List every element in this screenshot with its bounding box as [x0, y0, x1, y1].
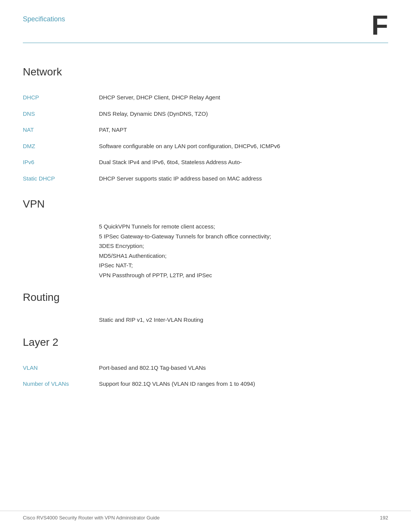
- routing-heading: Routing: [23, 291, 388, 304]
- nat-label: NAT: [23, 122, 99, 138]
- chapter-letter: F: [371, 11, 388, 39]
- num-vlans-label: Number of VLANs: [23, 376, 99, 392]
- table-row: NAT PAT, NAPT: [23, 122, 388, 138]
- routing-content: Static and RIP v1, v2 Inter-VLAN Routing: [99, 315, 388, 325]
- ipv6-value: Dual Stack IPv4 and IPv6, 6to4, Stateles…: [99, 154, 388, 171]
- table-row: DHCP DHCP Server, DHCP Client, DHCP Rela…: [23, 89, 388, 106]
- page-container: Specifications F Network DHCP DHCP Serve…: [0, 0, 411, 532]
- num-vlans-value: Support four 802.1Q VLANs (VLAN ID range…: [99, 376, 388, 392]
- vlan-value: Port-based and 802.1Q Tag-based VLANs: [99, 360, 388, 376]
- main-content: Network DHCP DHCP Server, DHCP Client, D…: [0, 43, 411, 419]
- table-row: Number of VLANs Support four 802.1Q VLAN…: [23, 376, 388, 392]
- vpn-heading: VPN: [23, 198, 388, 210]
- header: Specifications F: [0, 0, 411, 39]
- table-row: DNS DNS Relay, Dynamic DNS (DynDNS, TZO): [23, 106, 388, 122]
- table-row: IPv6 Dual Stack IPv4 and IPv6, 6to4, Sta…: [23, 154, 388, 171]
- dmz-value: Software configurable on any LAN port co…: [99, 138, 388, 155]
- layer2-heading: Layer 2: [23, 336, 388, 348]
- network-table: DHCP DHCP Server, DHCP Client, DHCP Rela…: [23, 89, 388, 187]
- footer: Cisco RVS4000 Security Router with VPN A…: [0, 511, 411, 521]
- layer2-table: VLAN Port-based and 802.1Q Tag-based VLA…: [23, 360, 388, 392]
- page-title: Specifications: [23, 15, 65, 23]
- dns-label: DNS: [23, 106, 99, 122]
- table-row: Static DHCP DHCP Server supports static …: [23, 171, 388, 187]
- vpn-content: 5 QuickVPN Tunnels for remote client acc…: [99, 222, 388, 280]
- footer-page-number: 192: [380, 515, 388, 521]
- dhcp-value: DHCP Server, DHCP Client, DHCP Relay Age…: [99, 89, 388, 106]
- vlan-label: VLAN: [23, 360, 99, 376]
- dhcp-label: DHCP: [23, 89, 99, 106]
- dns-value: DNS Relay, Dynamic DNS (DynDNS, TZO): [99, 106, 388, 122]
- nat-value: PAT, NAPT: [99, 122, 388, 138]
- static-dhcp-label: Static DHCP: [23, 171, 99, 187]
- footer-left: Cisco RVS4000 Security Router with VPN A…: [23, 515, 160, 521]
- table-row: DMZ Software configurable on any LAN por…: [23, 138, 388, 155]
- table-row: VLAN Port-based and 802.1Q Tag-based VLA…: [23, 360, 388, 376]
- network-heading: Network: [23, 66, 388, 78]
- dmz-label: DMZ: [23, 138, 99, 155]
- static-dhcp-value: DHCP Server supports static IP address b…: [99, 171, 388, 187]
- ipv6-label: IPv6: [23, 154, 99, 171]
